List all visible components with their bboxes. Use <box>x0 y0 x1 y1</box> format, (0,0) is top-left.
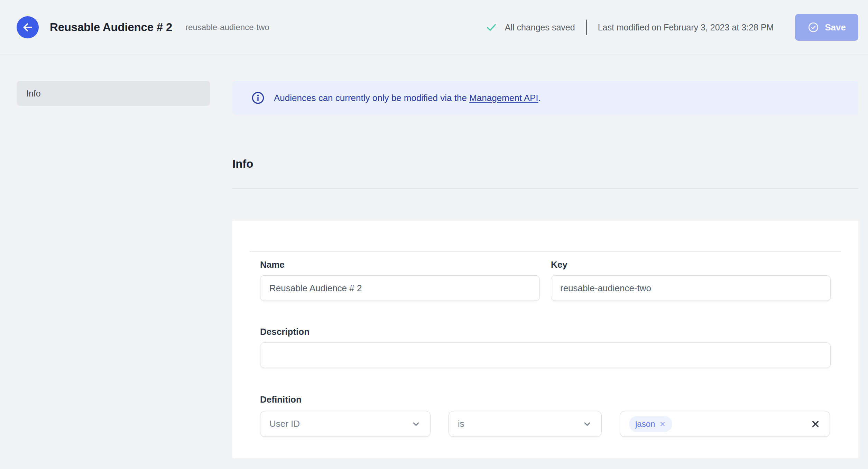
section-divider <box>232 188 858 189</box>
value-chip: jason <box>629 416 672 432</box>
last-modified-text: Last modified on February 3, 2023 at 3:2… <box>598 22 774 33</box>
description-input[interactable] <box>260 342 831 368</box>
circle-check-icon <box>807 21 819 33</box>
sidebar-item-label: Info <box>26 89 41 99</box>
chevron-down-icon <box>411 419 421 429</box>
clear-values-button[interactable] <box>810 419 821 429</box>
vertical-divider <box>586 20 587 35</box>
header-status-area: All changes saved Last modified on Febru… <box>486 14 858 41</box>
attribute-select[interactable]: User ID <box>260 411 431 437</box>
operator-select-value: is <box>458 419 464 429</box>
arrow-left-icon <box>21 21 34 34</box>
chip-remove-icon[interactable] <box>659 421 666 427</box>
name-input[interactable] <box>260 275 540 301</box>
value-chip-label: jason <box>635 419 655 429</box>
main-panel: Audiences can currently only be modified… <box>232 81 858 458</box>
definition-controls: User ID is <box>260 411 831 437</box>
key-label: Key <box>551 259 831 270</box>
info-banner: Audiences can currently only be modified… <box>232 81 858 115</box>
name-field-group: Name <box>260 252 540 301</box>
save-button-label: Save <box>825 22 846 33</box>
close-icon <box>810 419 821 429</box>
check-icon <box>486 21 497 33</box>
description-label: Description <box>260 326 831 338</box>
sidebar: Info <box>17 81 210 106</box>
back-button[interactable] <box>17 16 39 38</box>
page-title: Reusable Audience # 2 <box>50 21 172 34</box>
info-card: Name Key Description Definition User ID <box>232 221 858 458</box>
save-status-text: All changes saved <box>505 22 575 33</box>
banner-text: Audiences can currently only be modified… <box>274 93 541 103</box>
definition-label: Definition <box>260 394 831 405</box>
info-icon <box>251 91 265 105</box>
page-header: Reusable Audience # 2 reusable-audience-… <box>0 0 868 55</box>
attribute-select-value: User ID <box>269 419 300 429</box>
save-button[interactable]: Save <box>795 14 858 41</box>
page-subtitle: reusable-audience-two <box>185 22 269 32</box>
sidebar-item-info[interactable]: Info <box>17 81 210 106</box>
key-field-group: Key <box>551 252 831 301</box>
key-input[interactable] <box>551 275 831 301</box>
values-input[interactable]: jason <box>620 411 830 437</box>
section-heading: Info <box>232 157 858 171</box>
content-area: Info Audiences can currently only be mod… <box>0 55 868 458</box>
operator-select[interactable]: is <box>449 411 602 437</box>
management-api-link[interactable]: Management API <box>469 93 538 103</box>
chevron-down-icon <box>582 419 592 429</box>
name-label: Name <box>260 259 540 270</box>
audience-form: Name Key Description Definition User ID <box>250 252 841 437</box>
